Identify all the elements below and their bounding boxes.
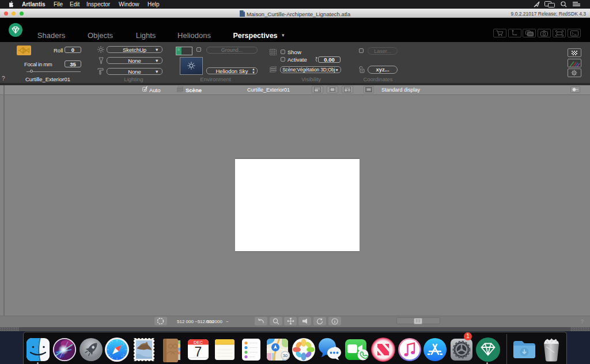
svg-text:7: 7: [195, 344, 202, 359]
svg-text:30: 30: [283, 353, 288, 358]
